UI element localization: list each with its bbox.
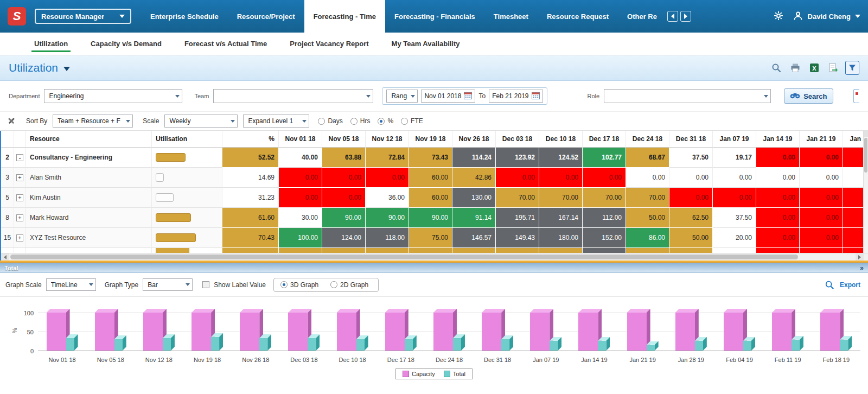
unit-radio-fte[interactable]: FTE xyxy=(401,117,423,125)
export-link[interactable]: Export xyxy=(840,281,860,289)
col-header-date[interactable]: Dec 24 18 xyxy=(626,131,669,148)
app-logo[interactable]: S xyxy=(8,7,26,26)
settings-button[interactable] xyxy=(773,10,784,23)
expand-cell xyxy=(14,248,26,253)
role-dropdown[interactable] xyxy=(604,89,771,103)
search-button[interactable]: Search xyxy=(784,88,833,104)
col-header-date[interactable]: Jan 14 19 xyxy=(756,131,800,148)
export-icon[interactable] xyxy=(826,61,840,75)
value-cell: 149.43 xyxy=(496,228,539,248)
module-dropdown-value: Resource Manager xyxy=(41,12,104,21)
module-dropdown[interactable]: Resource Manager xyxy=(35,9,131,24)
sort-by-dropdown[interactable]: Team + Resource + F xyxy=(53,115,133,128)
tools-icon[interactable] xyxy=(7,116,16,126)
tab-capacity-v-s-demand[interactable]: Capacity v/s Demand xyxy=(79,33,173,55)
col-header-date[interactable]: Dec 17 18 xyxy=(583,131,626,148)
graph-option-radio-3d-graph[interactable]: 3D Graph xyxy=(280,281,318,289)
panel-expand-glyph[interactable]: » xyxy=(860,264,864,272)
col-header-date[interactable]: Jan 07 19 xyxy=(713,131,756,148)
tab-forecast-v-s-actual-time[interactable]: Forecast v/s Actual Time xyxy=(173,33,278,55)
nav-item-resource-request[interactable]: Resource Request xyxy=(538,0,618,33)
team-dropdown[interactable] xyxy=(213,89,373,103)
col-header-date[interactable]: Nov 05 18 xyxy=(322,131,366,148)
graph-controls-right: Export xyxy=(825,280,863,290)
nav-item-resource-project[interactable]: Resource/Project xyxy=(228,0,304,33)
nav-item-forecasting-financials[interactable]: Forecasting - Financials xyxy=(385,0,484,33)
graph-controls: Graph Scale TimeLine Graph Type Bar Show… xyxy=(0,273,868,297)
nav-scroll-left-button[interactable] xyxy=(667,11,678,22)
graph-scale-dropdown[interactable]: TimeLine xyxy=(46,278,96,291)
col-header-percent[interactable]: % xyxy=(222,131,279,148)
tab-project-vacancy-report[interactable]: Project Vacancy Report xyxy=(278,33,380,55)
user-menu[interactable]: David Cheng xyxy=(793,10,860,23)
value-cell: 0.00 xyxy=(583,168,626,188)
date-from-field[interactable]: Nov 01 2018 xyxy=(421,90,475,103)
value-cell: 40.00 xyxy=(279,148,322,168)
tab-my-team-availability[interactable]: My Team Availability xyxy=(380,33,471,55)
graph-type-dropdown[interactable]: Bar xyxy=(143,278,193,291)
col-header-date[interactable]: Dec 10 18 xyxy=(539,131,583,148)
print-icon[interactable] xyxy=(788,61,802,75)
user-icon xyxy=(793,10,803,23)
expand-toggle[interactable]: + xyxy=(16,194,23,201)
show-label-value-checkbox[interactable] xyxy=(202,281,209,288)
department-dropdown[interactable]: Engineering xyxy=(44,89,182,103)
scroll-right-arrow[interactable] xyxy=(856,253,864,260)
calendar-icon[interactable] xyxy=(464,92,472,101)
tab-utilization[interactable]: Utilization xyxy=(23,33,79,55)
col-header-date[interactable]: Nov 19 18 xyxy=(409,131,452,148)
value-cell: 0.00 xyxy=(669,168,713,188)
unit-radio-hrs[interactable]: Hrs xyxy=(350,117,371,125)
total-bar-series xyxy=(695,337,707,351)
clipped-filter-button[interactable] xyxy=(853,89,859,103)
date-to-field[interactable]: Feb 21 2019 xyxy=(489,90,542,103)
nav-item-other-re[interactable]: Other Re xyxy=(618,0,666,33)
value-cell: 62.50 xyxy=(669,208,713,228)
scale-dropdown[interactable]: Weekly xyxy=(164,115,238,128)
expand-toggle[interactable]: + xyxy=(16,214,23,221)
total-bar-series xyxy=(647,341,659,351)
col-header-date[interactable]: Dec 31 18 xyxy=(669,131,713,148)
zoom-icon[interactable] xyxy=(825,280,834,290)
col-header-date[interactable]: Nov 26 18 xyxy=(452,131,496,148)
utilisation-bar-cell xyxy=(152,228,222,248)
row-number: 2 xyxy=(1,148,14,168)
chevron-down-icon xyxy=(764,95,768,98)
excel-icon[interactable]: X xyxy=(807,61,821,75)
calendar-icon[interactable] xyxy=(532,92,540,101)
unit-radio-percent[interactable]: % xyxy=(378,117,393,125)
nav-item-timesheet[interactable]: Timesheet xyxy=(484,0,538,33)
radio-circle-icon xyxy=(318,118,325,125)
col-header-resource[interactable]: Resource xyxy=(26,131,152,148)
range-type-dropdown[interactable]: Rang xyxy=(386,90,418,103)
vertical-scrollbar[interactable] xyxy=(863,131,868,253)
unit-radio-days[interactable]: Days xyxy=(318,117,342,125)
vertical-scroll-thumb[interactable] xyxy=(864,138,867,173)
horizontal-scrollbar[interactable] xyxy=(1,253,868,260)
total-bar-series xyxy=(356,335,368,351)
row-number xyxy=(1,248,14,253)
nav-scroll-right-button[interactable] xyxy=(680,11,691,22)
horizontal-scroll-thumb[interactable] xyxy=(10,255,798,259)
chart-bar-group xyxy=(715,306,763,351)
col-header-date[interactable]: Nov 12 18 xyxy=(366,131,409,148)
col-header-date[interactable]: Dec 03 18 xyxy=(496,131,539,148)
expand-level-dropdown[interactable]: Expand Level 1 xyxy=(243,115,309,128)
expand-toggle[interactable]: + xyxy=(16,234,23,242)
expand-toggle[interactable]: - xyxy=(16,154,23,161)
report-title-dropdown[interactable]: Utilization xyxy=(9,61,70,74)
filter-icon[interactable] xyxy=(845,61,859,75)
nav-item-enterprise-schedule[interactable]: Enterprise Schedule xyxy=(141,0,228,33)
preview-icon[interactable] xyxy=(769,61,783,75)
nav-item-forecasting-time[interactable]: Forecasting - Time xyxy=(304,0,385,33)
scroll-left-arrow[interactable] xyxy=(1,253,9,260)
value-cell: 0.00 xyxy=(756,168,800,188)
col-header-date[interactable]: Nov 01 18 xyxy=(279,131,322,148)
expand-toggle[interactable]: + xyxy=(16,174,23,181)
total-bar-series xyxy=(501,335,513,351)
scroll-up-arrow[interactable] xyxy=(864,131,868,137)
value-cell xyxy=(452,248,496,253)
graph-option-radio-2d-graph[interactable]: 2D Graph xyxy=(330,281,368,289)
col-header-utilisation[interactable]: Utilisation xyxy=(152,131,222,148)
col-header-date[interactable]: Jan 21 19 xyxy=(800,131,843,148)
